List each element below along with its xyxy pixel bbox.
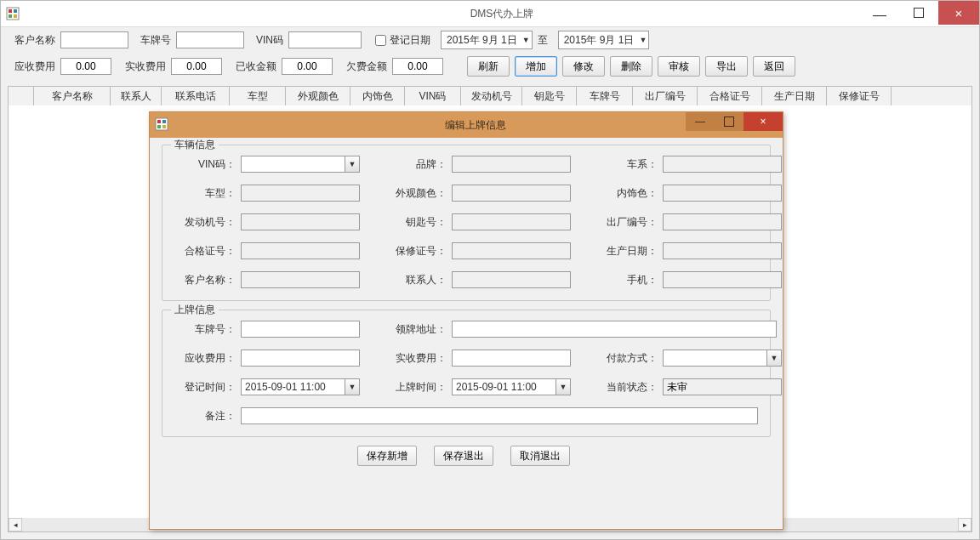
- audit-button[interactable]: 审核: [658, 56, 700, 77]
- regtime-picker[interactable]: 2015-09-01 11:00▼: [241, 378, 360, 395]
- export-button[interactable]: 导出: [705, 56, 748, 77]
- save-exit-button[interactable]: 保存退出: [434, 446, 493, 466]
- app-icon: [6, 7, 20, 20]
- grid-header-cell[interactable]: 内饰色: [350, 87, 405, 105]
- save-new-button[interactable]: 保存新增: [357, 446, 417, 466]
- vehicle-legend: 车辆信息: [171, 138, 219, 152]
- window-buttons: — ×: [860, 1, 979, 25]
- dialog-minimize-button[interactable]: —: [686, 112, 715, 131]
- series-field-label: 车系：: [571, 157, 658, 172]
- warranty-field: [452, 242, 571, 259]
- contact-field-label: 联系人：: [360, 273, 447, 287]
- vin-field-label: VIN码：: [174, 157, 236, 172]
- actual-value: [171, 58, 222, 75]
- chevron-down-icon: ▼: [766, 350, 781, 366]
- grid-header-cell[interactable]: 车型: [230, 87, 286, 105]
- pickup-field-label: 领牌地址：: [360, 322, 447, 337]
- main-window: DMS代办上牌 — × 客户名称 车牌号 VIN码 登记日期 2015年 9月 …: [0, 0, 980, 540]
- svg-rect-2: [14, 9, 17, 13]
- add-button[interactable]: 增加: [515, 56, 557, 77]
- grid-header-cell[interactable]: 联系人: [111, 87, 162, 105]
- svg-rect-7: [162, 120, 166, 123]
- engine-field-label: 发动机号：: [174, 215, 236, 230]
- scroll-left-button[interactable]: ◂: [9, 518, 22, 531]
- actual-field[interactable]: [452, 350, 571, 367]
- receivable-field[interactable]: [241, 350, 360, 367]
- dialog-close-button[interactable]: ×: [744, 112, 783, 131]
- dialog-window-buttons: — ×: [686, 112, 783, 134]
- plate-input[interactable]: [176, 31, 244, 48]
- vin-input[interactable]: [288, 31, 362, 48]
- receivable-label: 应收费用: [14, 60, 55, 74]
- vehicle-fieldset: 车辆信息 VIN码： ▼ 品牌： 车系： 车型： 外观颜色： 内饰色：: [162, 145, 771, 301]
- interior-field-label: 内饰色：: [571, 186, 658, 201]
- remark-field-label: 备注：: [174, 409, 236, 423]
- remark-field[interactable]: [241, 407, 758, 424]
- received-label: 已收金额: [236, 60, 276, 74]
- proddate-field: [663, 242, 782, 259]
- model-field: [241, 185, 360, 202]
- date-to-label: 至: [538, 33, 548, 48]
- customer-label: 客户名称: [14, 33, 55, 48]
- minimize-button[interactable]: —: [860, 1, 899, 31]
- svg-rect-6: [157, 120, 161, 123]
- customer-field: [241, 271, 360, 288]
- edit-button[interactable]: 修改: [562, 56, 605, 77]
- grid-header: 客户名称联系人联系电话车型外观颜色内饰色VIN码发动机号钥匙号车牌号出厂编号合格…: [9, 87, 971, 106]
- vin-combo[interactable]: ▼: [241, 156, 360, 173]
- grid-header-cell[interactable]: 联系电话: [162, 87, 230, 105]
- brand-field-label: 品牌：: [360, 157, 447, 172]
- edit-dialog: 编辑上牌信息 — × 车辆信息 VIN码： ▼ 品牌： 车系：: [149, 111, 783, 530]
- chevron-down-icon: ▼: [345, 156, 359, 172]
- grid-header-cell[interactable]: 出厂编号: [633, 87, 698, 105]
- paymethod-combo[interactable]: ▼: [663, 350, 782, 367]
- receivable-value: [60, 58, 111, 75]
- brand-field: [452, 156, 571, 173]
- grid-header-cell[interactable]: 外观颜色: [286, 87, 350, 105]
- main-titlebar: DMS代办上牌 — ×: [1, 1, 979, 27]
- pickup-field[interactable]: [452, 321, 777, 338]
- chevron-down-icon: ▼: [556, 379, 570, 395]
- key-field-label: 钥匙号：: [360, 215, 447, 230]
- close-button[interactable]: ×: [938, 1, 979, 25]
- grid-header-cell[interactable]: 车牌号: [577, 87, 633, 105]
- actual-label: 实收费用: [125, 60, 166, 74]
- series-field: [663, 156, 782, 173]
- refresh-button[interactable]: 刷新: [467, 56, 510, 77]
- grid-header-cell[interactable]: 发动机号: [461, 87, 522, 105]
- svg-rect-8: [157, 125, 161, 128]
- receivable-field-label: 应收费用：: [174, 351, 236, 366]
- proddate-field-label: 生产日期：: [571, 244, 658, 259]
- date-from-picker[interactable]: 2015年 9月 1日▼: [441, 31, 533, 49]
- grid-header-cell[interactable]: [9, 87, 34, 105]
- cancel-exit-button[interactable]: 取消退出: [510, 446, 570, 466]
- grid-header-cell[interactable]: 钥匙号: [522, 87, 577, 105]
- scroll-right-button[interactable]: ▸: [958, 518, 971, 531]
- grid-header-cell[interactable]: VIN码: [405, 87, 461, 105]
- back-button[interactable]: 返回: [753, 56, 795, 77]
- owed-value: [392, 58, 443, 75]
- mobile-field: [663, 271, 782, 288]
- key-field: [452, 213, 571, 230]
- svg-rect-1: [9, 9, 12, 13]
- dialog-buttons: 保存新增 保存退出 取消退出: [162, 446, 771, 466]
- grid-header-cell[interactable]: 合格证号: [698, 87, 762, 105]
- registration-fieldset: 上牌信息 车牌号： 领牌地址： 应收费用： 实收费用： 付款方式： ▼: [162, 310, 771, 437]
- dialog-maximize-button[interactable]: [715, 112, 744, 131]
- factory-field: [663, 213, 782, 230]
- status-field-label: 当前状态：: [571, 380, 658, 395]
- grid-header-cell[interactable]: 生产日期: [762, 87, 827, 105]
- date-to-picker[interactable]: 2015年 9月 1日▼: [558, 31, 650, 49]
- delete-button[interactable]: 删除: [610, 56, 652, 77]
- plate-field[interactable]: [241, 321, 360, 338]
- chevron-down-icon: ▼: [345, 379, 359, 395]
- grid-header-cell[interactable]: 客户名称: [34, 87, 111, 105]
- customer-input[interactable]: [60, 31, 128, 48]
- grid-header-cell[interactable]: 保修证号: [827, 87, 892, 105]
- engine-field: [241, 213, 360, 230]
- exterior-field-label: 外观颜色：: [360, 186, 447, 201]
- maximize-button[interactable]: [899, 1, 938, 25]
- regdate-checkbox[interactable]: [375, 35, 386, 46]
- platetime-picker[interactable]: 2015-09-01 11:00▼: [452, 378, 571, 395]
- status-field: [663, 378, 782, 395]
